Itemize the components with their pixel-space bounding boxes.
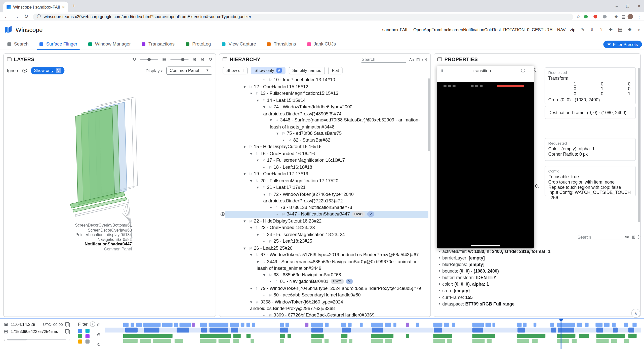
show-only-toggle[interactable]: Show only V (31, 67, 64, 74)
flat-toggle[interactable]: Flat (328, 67, 343, 74)
pin-icon[interactable]: ⚐ (275, 118, 278, 122)
tree-expand-arrow-icon[interactable]: ▾ (244, 144, 249, 150)
timeline-segment[interactable] (174, 323, 178, 327)
timeline-segment[interactable] (143, 323, 161, 327)
timeline-segment[interactable] (604, 323, 610, 327)
nav-tab-transactions[interactable]: Transactions (142, 38, 175, 50)
layer-label[interactable]: PointerLocation - display 0#134 (28, 232, 132, 237)
extension-icon-green[interactable] (584, 15, 588, 19)
layers-3d-view[interactable] (4, 76, 216, 317)
timeline-segment[interactable] (613, 328, 618, 333)
timeline-segment[interactable] (472, 339, 485, 343)
hierarchy-node[interactable]: ▾⚐67 - WindowToken{e5176f9 type=2019 and… (219, 252, 428, 258)
timeline-segment[interactable] (311, 323, 323, 327)
hierarchy-node[interactable]: •⚐3369 - 67726bf EdgeBackGestureHandler0… (219, 312, 428, 317)
timeline-segment[interactable] (177, 328, 189, 333)
pin-icon[interactable]: ⚐ (269, 293, 272, 297)
tree-expand-arrow-icon[interactable]: ▾ (270, 204, 275, 210)
scroll-right-icon[interactable]: › (68, 337, 70, 342)
properties-scrollbar[interactable] (638, 68, 640, 222)
filter-collapse-icon[interactable]: ∧ (90, 321, 95, 327)
copy-timestamp-icon[interactable] (65, 329, 70, 334)
timeline-segment[interactable] (342, 328, 351, 333)
pin-icon[interactable]: ⚐ (269, 165, 272, 169)
timeline-segment[interactable] (486, 323, 491, 327)
timeline-segment[interactable] (472, 328, 483, 333)
hierarchy-node[interactable]: ▾⚐3368 - WindowToken{f6b2f60 type=2024 a… (219, 299, 428, 312)
properties-search-input[interactable] (578, 234, 622, 240)
tree-expand-arrow-icon[interactable]: ▾ (257, 184, 262, 191)
protolog-trace-icon[interactable] (86, 334, 90, 338)
hierarchy-node[interactable]: •⚐25 - Leaf:18:23#25 (219, 238, 428, 245)
hierarchy-scrollbar[interactable] (428, 78, 430, 152)
tree-expand-arrow-icon[interactable]: ▾ (250, 285, 255, 291)
dark-mode-icon[interactable]: ◑ (637, 27, 640, 32)
timestamp-icon[interactable]: ▤ (3, 329, 9, 334)
tree-expand-arrow-icon[interactable]: ▾ (250, 299, 255, 305)
timeline-segment[interactable] (406, 334, 409, 338)
pin-icon[interactable]: ⚐ (288, 138, 292, 142)
timeline-segment[interactable] (433, 334, 452, 338)
timeline-segment[interactable] (210, 328, 228, 333)
pin-icon[interactable]: ⚐ (256, 92, 259, 96)
timeline-segment[interactable] (551, 328, 556, 333)
layer-label[interactable]: NavigationBar0#81 (28, 237, 132, 242)
tree-expand-arrow-icon[interactable]: ▾ (257, 231, 262, 238)
timeline-segment[interactable] (371, 334, 393, 338)
hierarchy-node[interactable]: ▾⚐3449 - Surface(name=885b63e Navigation… (219, 258, 428, 272)
timeline-segment[interactable] (348, 323, 352, 327)
tree-expand-arrow-icon[interactable]: ▾ (244, 83, 249, 90)
pin-icon[interactable]: ⚐ (249, 85, 252, 89)
timeline-segment[interactable] (611, 339, 617, 343)
tree-expand-arrow-icon[interactable]: ▾ (250, 252, 255, 258)
tree-expand-arrow-icon[interactable]: ▾ (263, 104, 269, 110)
timeline-segment[interactable] (230, 323, 239, 327)
tab-close-icon[interactable]: ✕ (62, 5, 65, 9)
timeline-segment[interactable] (305, 323, 308, 327)
download-icon[interactable]: ⇩ (590, 27, 594, 32)
property-row[interactable]: •crop: {empty} (437, 287, 637, 294)
timeline-segment[interactable] (231, 328, 238, 333)
hierarchy-node[interactable]: ▾⚐24 - FullscreenMagnification:18:23#24 (219, 231, 428, 238)
tree-expand-arrow-icon[interactable]: ▾ (244, 171, 249, 177)
scroll-left-icon[interactable]: ‹ (3, 337, 5, 342)
hierarchy-node[interactable]: ▾⚐19 - OneHanded:17:17#19 (219, 171, 428, 178)
pin-icon[interactable]: ⚐ (269, 273, 272, 277)
minimize-icon[interactable]: – (528, 68, 531, 73)
browser-menu-icon[interactable]: ⋮ (635, 12, 643, 21)
tree-expand-arrow-icon[interactable]: ▾ (244, 245, 249, 251)
hierarchy-node[interactable]: •⚐10 - ImePlaceholder:13:14#10 (219, 77, 428, 83)
hierarchy-node[interactable]: ▾⚐15 - HideDisplayCutout:16:16#15 (219, 144, 428, 150)
timeline-segment[interactable] (247, 323, 250, 327)
screenshot-toggle-icon[interactable]: ▣ (3, 322, 9, 327)
zoom-out-icon[interactable]: ⊖ (201, 57, 205, 62)
timeline-segment[interactable] (192, 323, 195, 327)
timeline-lane-transactions[interactable] (105, 334, 641, 338)
scroll-track[interactable] (7, 339, 66, 340)
timeline-segment[interactable] (349, 339, 352, 343)
filter-presets-button[interactable]: Filter Presets (603, 41, 642, 48)
tree-expand-arrow-icon[interactable]: ▾ (250, 178, 255, 184)
timeline-segment[interactable] (153, 339, 171, 343)
pin-icon[interactable]: ⚐ (249, 145, 252, 149)
timeline-segment[interactable] (201, 328, 207, 333)
edit-icon[interactable]: ✎ (581, 27, 585, 32)
timeline-segment[interactable] (557, 334, 575, 338)
timeline-segment[interactable] (393, 323, 396, 327)
pin-icon[interactable]: ⚐ (256, 179, 259, 183)
timeline-segment[interactable] (341, 339, 347, 343)
timeline-segment[interactable] (406, 323, 409, 327)
timeline-segment[interactable] (123, 334, 173, 338)
timeline-segment[interactable] (241, 323, 245, 327)
timeline-segment[interactable] (200, 334, 231, 338)
pin-icon[interactable]: ⚐ (256, 253, 259, 257)
timeline-segment[interactable] (125, 328, 138, 333)
timeline-segment[interactable] (233, 334, 240, 338)
bug-report-icon[interactable]: ✹ (628, 27, 632, 32)
show-diff-toggle[interactable]: Show diff (223, 67, 248, 74)
timeline-segment[interactable] (341, 334, 347, 338)
hierarchy-node[interactable]: •⚐82 - StatusBar#82 (219, 137, 428, 144)
timeline-segment[interactable] (487, 339, 492, 343)
timeline-segment[interactable] (280, 328, 288, 333)
match-case-toggle[interactable]: Aa (625, 235, 629, 239)
